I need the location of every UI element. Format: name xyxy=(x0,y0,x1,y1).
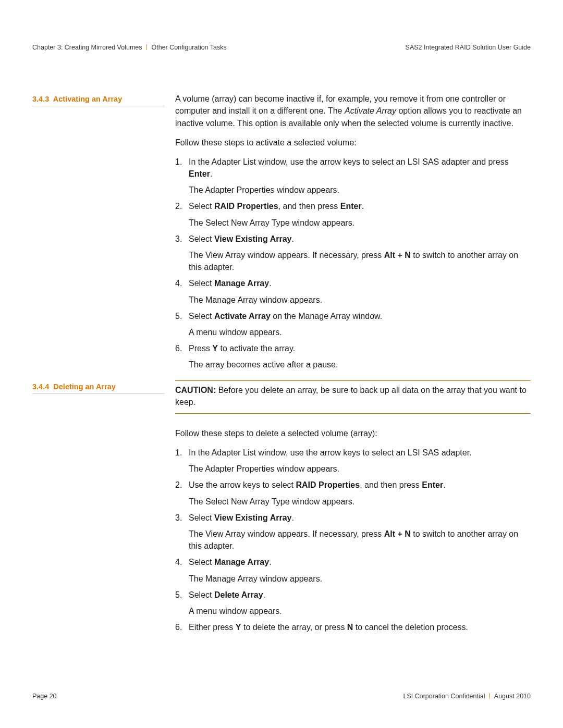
section-number: 3.4.3 xyxy=(32,95,49,103)
running-footer: Page 20 LSI Corporation Confidential Aug… xyxy=(32,692,531,701)
step-bold: Delete Array xyxy=(214,590,263,599)
step-bold: View Existing Array xyxy=(214,235,292,243)
step-text: . xyxy=(362,202,364,211)
step-text: . xyxy=(443,480,445,489)
step-item: Select Manage Array. The Manage Array wi… xyxy=(175,556,531,584)
separator-icon xyxy=(146,44,147,50)
step-text: . xyxy=(291,235,293,243)
step-text: . xyxy=(291,513,293,522)
caution-label: CAUTION: xyxy=(175,386,216,394)
step-text: Either press xyxy=(189,623,236,632)
step-text: to delete the array, or press xyxy=(241,623,347,632)
step-bold: Y xyxy=(212,344,218,353)
section-heading-activating: 3.4.3 Activating an Array xyxy=(32,94,165,106)
step-result: The Manage Array window appears. xyxy=(189,294,531,306)
section-number: 3.4.4 xyxy=(32,382,49,391)
step-bold: RAID Properties xyxy=(296,480,360,489)
caution-text: Before you delete an array, be sure to b… xyxy=(175,386,527,406)
steps-list-activating: In the Adapter List window, use the arro… xyxy=(175,156,531,371)
lead-paragraph: Follow these steps to activate a selecte… xyxy=(175,137,531,149)
step-item: Either press Y to delete the array, or p… xyxy=(175,621,531,633)
step-item: Select Delete Array. A menu window appea… xyxy=(175,589,531,617)
step-result: The View Array window appears. If necess… xyxy=(189,249,531,273)
step-result: A menu window appears. xyxy=(189,326,531,338)
confidential-label: LSI Corporation Confidential xyxy=(403,693,485,700)
separator-icon xyxy=(489,693,490,699)
step-bold: View Existing Array xyxy=(214,513,292,522)
step-result: The Select New Array Type window appears… xyxy=(189,496,531,508)
step-text: on the Manage Array window. xyxy=(271,312,382,320)
running-header-left: Chapter 3: Creating Mirrored Volumes Oth… xyxy=(32,43,227,52)
step-item: In the Adapter List window, use the arro… xyxy=(175,156,531,196)
step-bold: Manage Array xyxy=(214,558,269,566)
step-bold: Enter xyxy=(189,169,210,178)
section-label: Other Configuration Tasks xyxy=(151,44,226,51)
step-text: to cancel the deletion process. xyxy=(353,623,468,632)
step-item: Use the arrow keys to select RAID Proper… xyxy=(175,479,531,507)
caution-box: CAUTION: Before you delete an array, be … xyxy=(175,380,531,414)
step-text: , and then press xyxy=(278,202,340,211)
result-bold: Alt + N xyxy=(384,529,411,538)
step-text: Select xyxy=(189,235,214,243)
lead-paragraph: Follow these steps to delete a selected … xyxy=(175,427,531,439)
step-text: Press xyxy=(189,344,212,353)
step-item: Select RAID Properties, and then press E… xyxy=(175,200,531,228)
step-bold: Activate Array xyxy=(214,312,271,320)
step-item: Select Manage Array. The Manage Array wi… xyxy=(175,277,531,305)
step-item: Press Y to activate the array. The array… xyxy=(175,342,531,371)
result-bold: Alt + N xyxy=(384,251,411,260)
step-bold: Y xyxy=(236,623,241,632)
step-bold: RAID Properties xyxy=(214,202,278,211)
step-result: A menu window appears. xyxy=(189,605,531,617)
step-result: The Select New Array Type window appears… xyxy=(189,217,531,229)
step-text: to activate the array. xyxy=(218,344,295,353)
step-text: . xyxy=(269,279,271,288)
step-result: The Manage Array window appears. xyxy=(189,573,531,585)
page: Chapter 3: Creating Mirrored Volumes Oth… xyxy=(0,0,563,728)
footer-date: August 2010 xyxy=(494,693,531,700)
step-text: Use the arrow keys to select xyxy=(189,480,296,489)
step-text: . xyxy=(210,169,212,178)
section-heading-deleting: 3.4.4 Deleting an Array xyxy=(32,381,165,394)
step-bold: Manage Array xyxy=(214,279,269,288)
intro-italic: Activate Array xyxy=(345,106,396,115)
step-item: Select View Existing Array. The View Arr… xyxy=(175,512,531,552)
section-title: Deleting an Array xyxy=(53,382,116,391)
step-text: Select xyxy=(189,558,214,566)
footer-right: LSI Corporation Confidential August 2010 xyxy=(403,692,531,701)
step-text: Select xyxy=(189,513,214,522)
step-item: In the Adapter List window, use the arro… xyxy=(175,447,531,475)
step-bold: N xyxy=(347,623,353,632)
step-text: In the Adapter List window, use the arro… xyxy=(189,157,509,166)
running-header: Chapter 3: Creating Mirrored Volumes Oth… xyxy=(32,43,531,52)
step-text: . xyxy=(269,558,271,566)
steps-list-deleting: In the Adapter List window, use the arro… xyxy=(175,447,531,633)
step-item: Select View Existing Array. The View Arr… xyxy=(175,233,531,274)
step-result: The Adapter Properties window appears. xyxy=(189,463,531,475)
step-text: Select xyxy=(189,312,214,320)
document-title: SAS2 Integrated RAID Solution User Guide xyxy=(406,43,531,52)
step-text: Select xyxy=(189,590,214,599)
step-text: Select xyxy=(189,202,214,211)
step-text: In the Adapter List window, use the arro… xyxy=(189,448,472,457)
step-bold: Enter xyxy=(422,480,443,489)
step-text: Select xyxy=(189,279,214,288)
step-item: Select Activate Array on the Manage Arra… xyxy=(175,310,531,338)
section-title: Activating an Array xyxy=(53,95,122,103)
step-text: . xyxy=(263,590,265,599)
step-result: The Adapter Properties window appears. xyxy=(189,184,531,196)
step-bold: Enter xyxy=(340,202,362,211)
chapter-label: Chapter 3: Creating Mirrored Volumes xyxy=(32,44,142,51)
page-number: Page 20 xyxy=(32,692,57,701)
step-result: The array becomes active after a pause. xyxy=(189,359,531,371)
result-text: The View Array window appears. If necess… xyxy=(189,251,384,260)
step-result: The View Array window appears. If necess… xyxy=(189,528,531,552)
result-text: The View Array window appears. If necess… xyxy=(189,529,384,538)
intro-paragraph: A volume (array) can become inactive if,… xyxy=(175,93,531,129)
step-text: , and then press xyxy=(360,480,422,489)
